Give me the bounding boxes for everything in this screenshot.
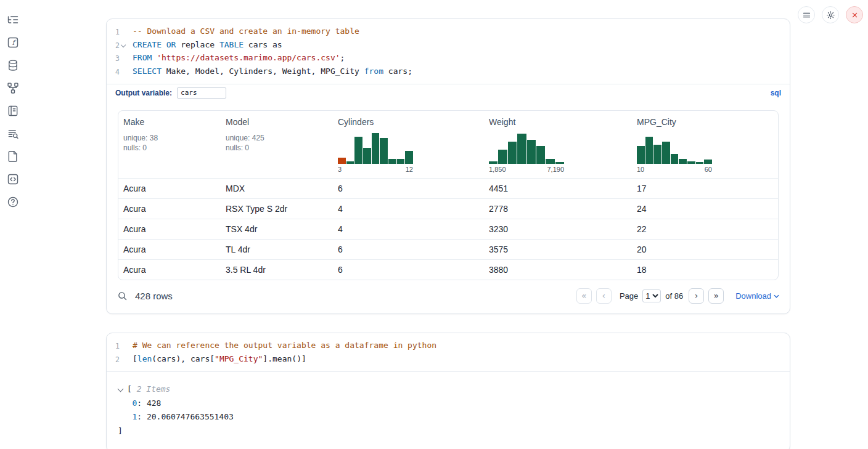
histogram-bar[interactable]	[489, 161, 497, 164]
fold-chevron-icon[interactable]	[120, 39, 126, 52]
histogram-axis-labels: 312	[338, 166, 413, 173]
next-page-button[interactable]: ›	[689, 288, 704, 304]
code-box-icon	[7, 173, 19, 185]
database-icon	[7, 59, 19, 71]
table-cell: Acura	[118, 179, 221, 198]
table-body: AcuraMDX6445117AcuraRSX Type S 2dr427782…	[118, 178, 778, 280]
menu-button[interactable]	[798, 6, 815, 23]
column-stats: unique: 425nulls: 0	[226, 133, 328, 153]
last-page-button[interactable]: »	[708, 288, 724, 304]
histogram-bar[interactable]	[372, 133, 380, 164]
output-line: [ 2 Items	[118, 382, 779, 397]
histogram-bar[interactable]	[637, 146, 645, 164]
line-number: 4	[107, 65, 120, 79]
language-badge[interactable]: sql	[771, 89, 781, 97]
python-output: [ 2 Items 0: 428 1: 20.060747663551403]	[107, 371, 790, 449]
histogram-bar[interactable]	[653, 145, 661, 164]
code-line[interactable]: 2[len(cars), cars["MPG_City"].mean()]	[107, 353, 790, 366]
column-header[interactable]: MPG_City1060	[632, 117, 778, 173]
code-text: SELECT Make, Model, Cylinders, Weight, M…	[126, 65, 412, 79]
table-cell: 6	[333, 240, 484, 259]
sidebar-item-logs[interactable]	[7, 127, 20, 140]
output-variable-input[interactable]	[177, 87, 226, 99]
file-tree-icon	[7, 14, 19, 26]
code-line[interactable]: 1# We can reference the output variable …	[107, 339, 790, 353]
first-page-button[interactable]: «	[576, 288, 592, 304]
sidebar-item-file-explorer[interactable]	[7, 13, 20, 26]
histogram-bar[interactable]	[388, 159, 396, 164]
table-row[interactable]: AcuraTSX 4dr4323022	[118, 219, 778, 239]
histogram-bar[interactable]	[517, 134, 526, 164]
column-header[interactable]: Modelunique: 425nulls: 0	[221, 117, 333, 173]
line-number: 2	[107, 39, 120, 52]
search-button[interactable]	[117, 291, 128, 301]
collapse-chevron-icon[interactable]	[118, 386, 124, 392]
column-header[interactable]: Cylinders312	[333, 117, 484, 173]
code-line[interactable]: 2CREATE OR replace TABLE cars as	[107, 39, 790, 52]
histogram-bar[interactable]	[555, 162, 564, 164]
column-header[interactable]: Weight1,8507,190	[484, 117, 632, 173]
table-row[interactable]: AcuraMDX6445117	[118, 178, 778, 198]
histogram-bar[interactable]	[380, 138, 388, 164]
download-button[interactable]: Download	[735, 291, 779, 301]
table-cell: 20	[632, 240, 778, 259]
histogram-bar[interactable]	[671, 154, 679, 164]
help-icon	[7, 196, 19, 208]
histogram-bar[interactable]	[405, 151, 413, 164]
histogram-bar[interactable]	[508, 142, 517, 164]
hamburger-icon	[802, 10, 811, 20]
network-graph-icon	[7, 82, 19, 94]
data-table: Makeunique: 38nulls: 0Modelunique: 425nu…	[118, 110, 779, 280]
page-select[interactable]: 1	[642, 289, 661, 302]
sql-code-editor[interactable]: 1-- Download a CSV and create an in-memo…	[107, 19, 790, 84]
column-header[interactable]: Makeunique: 38nulls: 0	[118, 117, 221, 173]
table-cell: TL 4dr	[221, 240, 333, 259]
code-text: # We can reference the output variable a…	[126, 339, 436, 353]
code-line[interactable]: 4SELECT Make, Model, Cylinders, Weight, …	[107, 65, 790, 79]
shutdown-button[interactable]	[846, 6, 863, 23]
notebook-actions	[798, 6, 863, 23]
histogram-bar[interactable]	[397, 159, 405, 164]
table-cell: 17	[632, 179, 778, 198]
histogram-bar[interactable]	[498, 150, 507, 164]
histogram-bar[interactable]	[662, 142, 670, 164]
sidebar-item-variables[interactable]: f	[7, 36, 20, 49]
python-code-editor[interactable]: 1# We can reference the output variable …	[107, 333, 790, 371]
sidebar-item-help[interactable]	[7, 195, 20, 209]
output-variable-label: Output variable:	[115, 89, 172, 97]
histogram-bar[interactable]	[354, 137, 362, 164]
histogram-bar[interactable]	[687, 161, 695, 164]
histogram-bar[interactable]	[679, 159, 687, 164]
sidebar-item-scratchpad[interactable]	[7, 104, 20, 118]
table-cell: RSX Type S 2dr	[221, 199, 333, 219]
settings-button[interactable]	[822, 6, 839, 23]
gear-icon	[826, 10, 835, 20]
histogram-bar[interactable]	[527, 140, 536, 164]
histogram-bar[interactable]	[363, 148, 371, 164]
table-row[interactable]: AcuraRSX Type S 2dr4277824	[118, 198, 778, 219]
histogram-bar[interactable]	[346, 161, 354, 164]
table-row[interactable]: AcuraTL 4dr6357520	[118, 239, 778, 259]
column-histogram	[637, 132, 712, 164]
table-cell: 2778	[484, 199, 632, 219]
hist-max-label: 7,190	[547, 166, 564, 173]
histogram-bar[interactable]	[546, 159, 554, 164]
sql-cell: 1-- Download a CSV and create an in-memo…	[106, 18, 790, 314]
histogram-bar[interactable]	[645, 137, 653, 164]
notebook-main: 1-- Download a CSV and create an in-memo…	[106, 18, 790, 449]
histogram-bar[interactable]	[704, 160, 712, 164]
sidebar-item-dependency-graph[interactable]	[7, 81, 20, 95]
fold-spacer	[120, 353, 126, 366]
code-line[interactable]: 1-- Download a CSV and create an in-memo…	[107, 25, 790, 39]
table-cell: 3230	[484, 219, 632, 239]
prev-page-button[interactable]: ‹	[596, 288, 612, 304]
table-row[interactable]: Acura3.5 RL 4dr6388018	[118, 259, 778, 280]
sidebar-item-documentation[interactable]	[7, 150, 20, 163]
code-line[interactable]: 3FROM 'https://datasets.marimo.app/cars.…	[107, 52, 790, 65]
histogram-bar[interactable]	[536, 146, 545, 164]
sidebar-item-data-sources[interactable]	[7, 59, 20, 72]
chevron-down-icon	[774, 294, 779, 298]
sidebar-item-snippets[interactable]	[7, 172, 20, 186]
histogram-bar[interactable]	[696, 162, 704, 164]
histogram-bar[interactable]	[338, 158, 346, 164]
